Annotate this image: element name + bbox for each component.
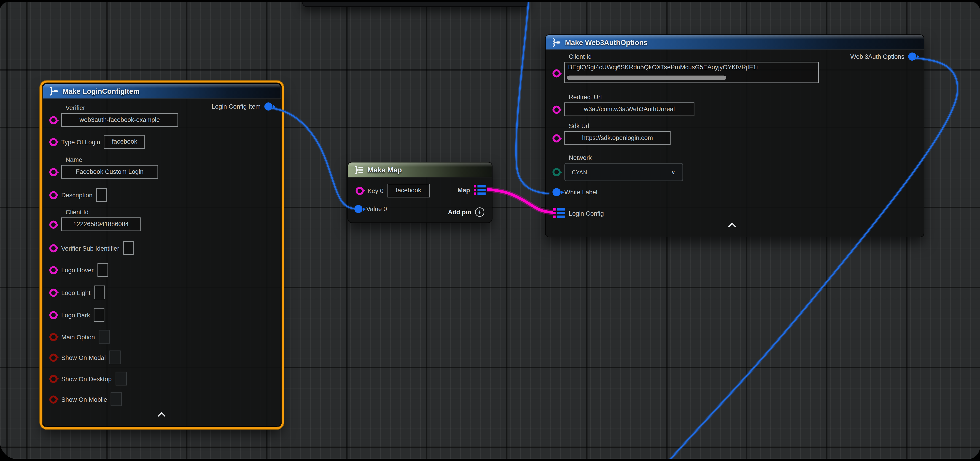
- output-pin-web3auth-options[interactable]: [908, 52, 916, 60]
- client-id-input[interactable]: BEglQSgt4cUWcj6SKRdu5QkOXTsePmMcusG5EAoy…: [564, 62, 819, 83]
- pin-label: Logo Hover: [61, 266, 94, 273]
- pin-row-sdk-url: Sdk Url https://sdk.openlogin.com: [552, 122, 670, 145]
- pin-row-white-label: White Label: [552, 188, 597, 196]
- input-pin-logo-dark[interactable]: [49, 311, 58, 319]
- pin-label: Description: [61, 191, 93, 198]
- sdk-url-input[interactable]: https://sdk.openlogin.com: [564, 131, 670, 145]
- add-pin-button[interactable]: Add pin +: [448, 207, 484, 217]
- collapse-chevron-icon[interactable]: [158, 412, 165, 417]
- logo-light-input[interactable]: [94, 286, 105, 299]
- pin-row-logo-hover: Logo Hover: [49, 263, 108, 277]
- output-pin-login-config-item[interactable]: [264, 102, 273, 111]
- output-pin-map[interactable]: [474, 185, 486, 195]
- redirect-url-input[interactable]: w3a://com.w3a.Web3AuthUnreal: [564, 102, 694, 116]
- input-pin-key-0[interactable]: [356, 187, 364, 195]
- show-on-modal-checkbox[interactable]: [110, 351, 121, 364]
- output-pin-label: Web 3Auth Options: [850, 53, 904, 60]
- input-pin-name[interactable]: [49, 168, 58, 176]
- input-pin-description[interactable]: [49, 191, 58, 199]
- input-pin-white-label[interactable]: [552, 188, 561, 196]
- input-pin-network[interactable]: [552, 168, 561, 176]
- node-header[interactable]: Make LoginConfigItem: [43, 84, 281, 99]
- pin-row-login-config: Login Config: [553, 208, 604, 218]
- node-header[interactable]: Make Map: [348, 162, 492, 178]
- client-id-scrollbar[interactable]: [567, 76, 726, 80]
- verifier-sub-identifier-input[interactable]: [123, 241, 134, 255]
- pin-row-value-0: Value 0: [354, 205, 387, 213]
- pin-label: Login Config: [569, 210, 604, 216]
- blueprint-graph-canvas[interactable]: Make LoginConfigItem Login Config Item V…: [0, 2, 980, 459]
- input-pin-login-config[interactable]: [553, 208, 565, 218]
- key-0-input[interactable]: facebook: [387, 184, 430, 197]
- pin-row-show-on-mobile: Show On Mobile: [49, 393, 122, 406]
- output-row-map: Map: [458, 185, 486, 195]
- pin-label: Client Id: [569, 53, 819, 60]
- verifier-input[interactable]: web3auth-facebook-example: [61, 113, 178, 127]
- wire-login-config-item-to-value0[interactable]: [270, 108, 355, 209]
- wire-top-to-white-label[interactable]: [516, 2, 549, 194]
- chevron-down-icon: ∨: [671, 169, 676, 175]
- input-pin-verifier-sub-identifier[interactable]: [49, 244, 58, 252]
- output-pin-label: Map: [458, 187, 470, 194]
- pin-label: Client Id: [66, 209, 141, 216]
- client-id-input[interactable]: 1222658941886084: [61, 218, 141, 231]
- wire-glow: [487, 189, 553, 213]
- input-pin-show-on-mobile[interactable]: [49, 395, 58, 403]
- input-pin-client-id[interactable]: [49, 221, 58, 229]
- make-struct-icon: [48, 86, 59, 95]
- input-pin-client-id[interactable]: [552, 69, 561, 78]
- pin-row-show-on-desktop: Show On Desktop: [49, 372, 127, 386]
- pin-row-verifier: Verifier web3auth-facebook-example: [49, 104, 178, 127]
- make-struct-icon: [550, 38, 561, 46]
- pin-row-verifier-sub-identifier: Verifier Sub Identifier: [49, 241, 134, 255]
- input-pin-type-of-login[interactable]: [49, 138, 58, 146]
- main-option-checkbox[interactable]: [99, 330, 110, 344]
- input-pin-sdk-url[interactable]: [552, 134, 561, 143]
- network-dropdown[interactable]: CYAN ∨: [564, 163, 683, 181]
- input-pin-show-on-modal[interactable]: [49, 353, 58, 361]
- pin-row-description: Description: [49, 188, 107, 202]
- pin-label: Show On Desktop: [61, 375, 111, 382]
- show-on-desktop-checkbox[interactable]: [115, 372, 127, 386]
- input-pin-logo-light[interactable]: [49, 288, 58, 297]
- input-pin-verifier[interactable]: [49, 116, 58, 124]
- pin-label: Main Option: [61, 334, 95, 340]
- pin-row-main-option: Main Option: [49, 330, 110, 344]
- logo-dark-input[interactable]: [94, 308, 104, 322]
- input-pin-value-0[interactable]: [354, 205, 363, 213]
- node-title: Make Web3AuthOptions: [565, 38, 648, 46]
- wire-glow: [516, 2, 549, 194]
- input-pin-redirect-url[interactable]: [552, 106, 561, 114]
- pin-label: Sdk Url: [569, 122, 670, 129]
- node-make-map[interactable]: Make Map Key 0 facebook Map Value 0: [347, 162, 493, 223]
- type-of-login-input[interactable]: facebook: [104, 135, 145, 149]
- show-on-mobile-checkbox[interactable]: [111, 393, 122, 406]
- pin-row-name: Name Facebook Custom Login: [49, 156, 158, 179]
- node-title: Make LoginConfigItem: [62, 87, 140, 95]
- client-id-value: BEglQSgt4cUWcj6SKRdu5QkOXTsePmMcusG5EAoy…: [568, 64, 816, 71]
- add-pin-label: Add pin: [448, 209, 471, 216]
- description-input[interactable]: [96, 188, 107, 202]
- node-make-login-config-item[interactable]: Make LoginConfigItem Login Config Item V…: [43, 83, 282, 427]
- input-pin-show-on-desktop[interactable]: [49, 375, 58, 383]
- node-make-web3auth-options[interactable]: Make Web3AuthOptions Web 3Auth Options C…: [545, 34, 924, 237]
- node-header[interactable]: Make Web3AuthOptions: [546, 35, 924, 50]
- pin-row-client-id: Client Id BEglQSgt4cUWcj6SKRdu5QkOXTsePm…: [552, 53, 819, 83]
- wire-map-to-login-config[interactable]: [487, 189, 553, 213]
- pin-label: Verifier: [66, 104, 178, 111]
- pin-label: Network: [569, 154, 683, 161]
- pin-label: Key 0: [368, 187, 383, 194]
- pin-row-show-on-modal: Show On Modal: [49, 351, 121, 364]
- input-pin-logo-hover[interactable]: [49, 266, 58, 274]
- pin-label: Logo Dark: [61, 312, 90, 318]
- logo-hover-input[interactable]: [97, 263, 108, 277]
- name-input[interactable]: Facebook Custom Login: [61, 165, 158, 179]
- collapse-chevron-icon[interactable]: [728, 223, 736, 228]
- output-row-login-config-item: Login Config Item: [212, 102, 272, 111]
- input-pin-main-option[interactable]: [49, 333, 58, 341]
- pin-label: Redirect Url: [569, 94, 694, 101]
- offscreen-node-edge[interactable]: [302, 2, 529, 7]
- pin-label: Name: [66, 156, 158, 163]
- add-pin-plus-icon: +: [475, 207, 484, 217]
- make-map-icon: [353, 165, 364, 174]
